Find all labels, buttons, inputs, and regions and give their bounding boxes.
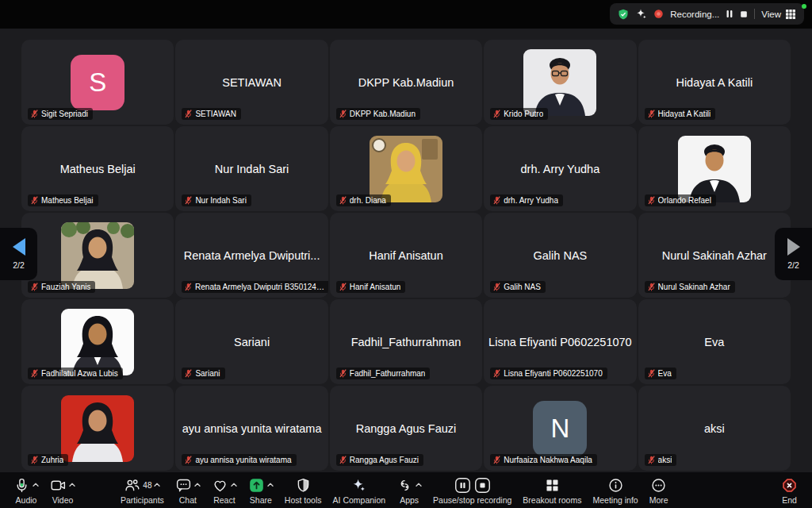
participant-name-chip: Eva (645, 368, 676, 379)
participant-name-chip: Fadhil_Fathurrahman (336, 368, 431, 379)
recording-stop-button[interactable] (740, 10, 748, 18)
participant-tile[interactable]: DKPP Kab.MadiunDKPP Kab.Madiun (330, 40, 482, 125)
toolbar-breakout-rooms-button[interactable]: Breakout rooms (523, 476, 581, 505)
chevron-up-icon[interactable] (194, 483, 201, 487)
participant-tile[interactable]: Galih NASGalih NAS (484, 213, 636, 298)
chevron-up-icon[interactable] (154, 483, 160, 487)
participant-tile[interactable]: Fauziah Yanis (21, 213, 174, 298)
muted-mic-icon (31, 283, 38, 291)
toolbar-share-label: Share (250, 495, 272, 505)
participant-name-label: Fadhilatul Azwa Lubis (41, 369, 118, 378)
participant-name-label: Matheus Beljai (41, 196, 94, 205)
toolbar-react-button[interactable]: React (212, 476, 237, 505)
participant-avatar: S (71, 55, 124, 110)
participant-name-chip: SETIAWAN (182, 108, 240, 120)
chevron-up-icon[interactable] (416, 483, 422, 487)
next-arrow-icon (787, 238, 800, 256)
participant-photo (523, 49, 596, 116)
view-button[interactable]: View (761, 9, 796, 20)
participant-display-name: SETIAWAN (219, 76, 285, 89)
toolbar-video-button[interactable]: Video (50, 476, 75, 505)
toolbar-end-button[interactable]: End (781, 476, 798, 505)
participant-tile[interactable]: Hanif AnisatunHanif Anisatun (330, 213, 482, 298)
participant-name-label: Hanif Anisatun (350, 283, 401, 291)
participant-tile[interactable]: EvaEva (638, 299, 791, 384)
toolbar-ai-companion-button[interactable]: AI Companion (333, 476, 386, 505)
muted-mic-icon (493, 369, 500, 378)
participant-name-chip: Sariani (182, 368, 224, 379)
toolbar-meeting-info-label: Meeting info (592, 495, 638, 505)
participant-tile[interactable]: SarianiSariani (175, 299, 327, 384)
stop-recording-icon (474, 477, 491, 494)
participant-tile[interactable]: Fadhil_FathurrahmanFadhil_Fathurrahman (330, 299, 482, 384)
participant-name-label: Galih NAS (504, 283, 541, 291)
participant-name-label: Krido Putro (504, 110, 543, 118)
participant-tile[interactable]: ayu annisa yunita wiratamaayu annisa yun… (175, 386, 327, 471)
participant-name-label: Hidayat A Katili (658, 110, 711, 118)
zoom-meeting-window: Recording... View SSigit SepriadiSETIAWA… (0, 0, 812, 508)
participant-name-label: drh. Diana (350, 196, 386, 205)
participant-name-label: aksi (658, 456, 672, 464)
recording-pause-button[interactable] (726, 10, 733, 18)
participant-tile[interactable]: Rangga Agus FauziRangga Agus Fauzi (330, 386, 482, 471)
participant-tile[interactable]: Matheus BeljaiMatheus Beljai (21, 126, 174, 211)
muted-mic-icon (648, 196, 655, 205)
participant-tile[interactable]: drh. Diana (330, 126, 482, 211)
participant-display-name: Lisna Efiyanti P0602251070 (485, 336, 635, 348)
chevron-up-icon[interactable] (231, 483, 237, 487)
toolbar-ai-companion-label: AI Companion (333, 495, 386, 505)
participant-tile[interactable]: SETIAWANSETIAWAN (175, 40, 327, 125)
participant-display-name: Rangga Agus Fauzi (353, 422, 460, 435)
toolbar-chat-button[interactable]: Chat (175, 476, 201, 505)
gallery-next-page-button[interactable]: 2/2 (775, 228, 812, 280)
toolbar-audio-button[interactable]: Audio (13, 476, 39, 505)
toolbar-apps-button[interactable]: Apps (396, 476, 422, 505)
gallery-prev-page-button[interactable]: 2/2 (0, 228, 37, 280)
ai-sparkles-icon[interactable] (635, 8, 647, 20)
share-screen-icon (248, 477, 265, 494)
toolbar-participants-button[interactable]: 48Participants (121, 476, 164, 505)
participant-name-label: Lisna Efiyanti P0602251070 (504, 369, 603, 378)
security-shield-check-icon[interactable] (618, 9, 629, 20)
participant-display-name: Nurul Sakinah Azhar (659, 249, 770, 262)
participant-tile[interactable]: Orlando Refael (638, 126, 791, 211)
participant-name-chip: Galih NAS (490, 281, 546, 293)
chevron-up-icon[interactable] (267, 483, 274, 487)
participant-photo (61, 309, 134, 375)
toolbar-pause-stop-recording-button[interactable]: Pause/stop recording (433, 476, 511, 505)
video-camera-icon (50, 477, 67, 494)
participant-tile[interactable]: Krido Putro (484, 40, 636, 125)
participant-gallery: SSigit SepriadiSETIAWANSETIAWANDKPP Kab.… (0, 29, 812, 472)
toolbar-participants-label: Participants (121, 495, 164, 505)
participant-display-name: drh. Arry Yudha (518, 163, 603, 175)
muted-mic-icon (648, 369, 655, 378)
participant-tile[interactable]: Renata Armelya Dwiputri...Renata Armelya… (175, 213, 327, 298)
toolbar-more-button[interactable]: More (649, 476, 668, 505)
toolbar-share-button[interactable]: Share (248, 476, 274, 505)
chevron-up-icon[interactable] (69, 483, 75, 487)
participant-tile[interactable]: SSigit Sepriadi (21, 40, 174, 125)
camera-active-indicator (802, 4, 806, 9)
participant-tile[interactable]: Lisna Efiyanti P0602251070Lisna Efiyanti… (484, 299, 636, 384)
participant-tile[interactable]: Zuhria (21, 386, 174, 471)
toolbar-audio-label: Audio (16, 495, 37, 505)
toolbar-host-tools-button[interactable]: Host tools (285, 476, 322, 505)
participant-name-chip: Matheus Beljai (28, 194, 98, 206)
toolbar-video-label: Video (52, 495, 74, 505)
participant-display-name: Galih NAS (530, 249, 591, 262)
participant-tile[interactable]: Nurul Sakinah AzharNurul Sakinah Azhar (638, 213, 791, 298)
participant-tile[interactable]: Nur Indah SariNur Indah Sari (175, 126, 327, 211)
toolbar-meeting-info-button[interactable]: Meeting info (592, 476, 638, 505)
participant-tile[interactable]: aksiaksi (638, 386, 791, 471)
apps-icon (396, 477, 413, 494)
participant-tile[interactable]: Fadhilatul Azwa Lubis (21, 299, 174, 384)
heart-icon (212, 477, 228, 494)
bottom-toolbar: AudioVideo48ParticipantsChatReactShareHo… (0, 472, 812, 508)
chevron-up-icon[interactable] (33, 483, 39, 487)
participant-tile[interactable]: NNurfaaiza Nakhwa Aaqila (484, 386, 636, 471)
participant-tile[interactable]: drh. Arry Yudhadrh. Arry Yudha (484, 126, 636, 211)
toolbar-apps-label: Apps (400, 495, 419, 505)
mic-icon (13, 477, 30, 494)
participant-tile[interactable]: Hidayat A KatiliHidayat A Katili (638, 40, 791, 125)
participant-display-name: DKPP Kab.Madiun (355, 76, 458, 89)
